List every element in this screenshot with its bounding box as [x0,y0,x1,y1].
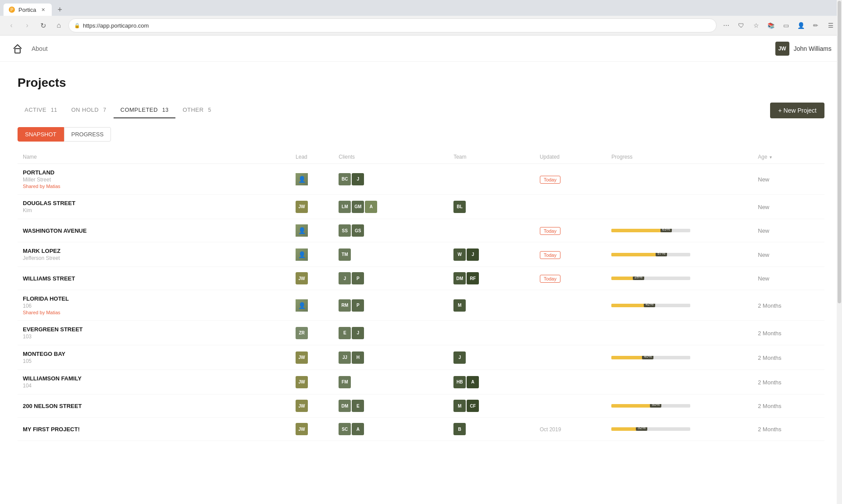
security-icon: 🔒 [74,23,80,28]
active-tab[interactable]: P Portica ✕ [4,4,52,16]
lead-cell: JW [290,370,333,394]
age-cell: New [753,242,824,267]
lead-cell: 👤 [290,219,333,242]
scrollbar-thumb[interactable] [838,1,841,303]
progress-cell [606,195,753,219]
progress-toggle[interactable]: PROGRESS [64,127,111,142]
progress-fill: 42% [611,304,645,307]
avatar: JW [296,201,308,213]
col-header-lead[interactable]: Lead [290,150,333,164]
snapshot-toggle[interactable]: SNAPSHOT [18,127,64,142]
progress-bar-container: 50% [611,404,690,408]
age-cell: New [753,195,824,219]
tab-on-hold[interactable]: ON HOLD 7 [64,102,113,118]
team-avatars: BL [453,201,529,213]
table-row[interactable]: PORTLANDMiller StreetShared by Matias👤BC… [18,164,824,195]
more-icon[interactable]: ⋯ [720,19,732,32]
user-name: John Williams [794,45,831,52]
age-text: 2 Months [758,330,781,337]
table-row[interactable]: MARK LOPEZJefferson Street👤TMWJToday57%N… [18,242,824,267]
avatar: W [453,248,466,261]
progress-bar-container: 63% [611,229,690,232]
progress-bar: 57% [611,253,690,256]
col-header-name[interactable]: Name [18,150,290,164]
project-name-cell: PORTLANDMiller StreetShared by Matias [18,164,290,195]
avatar: JW [296,423,308,435]
tab-close-button[interactable]: ✕ [39,6,46,13]
table-row[interactable]: FLORIDA HOTEL106Shared by Matias👤RMPM42%… [18,290,824,321]
project-subtitle: 103 [23,334,285,340]
refresh-button[interactable]: ↻ [37,19,49,32]
progress-cell: 28% [606,267,753,290]
lead-cell: JW [290,267,333,290]
profile-icon[interactable]: 👤 [795,19,807,32]
avatar: H [352,351,364,364]
bookmark-star-icon[interactable]: ☆ [750,19,762,32]
project-name-cell: WILLIAMS STREET [18,267,290,290]
table-row[interactable]: EVERGREEN STREET103ZREJ2 Months [18,321,824,345]
forward-button[interactable]: › [21,19,33,32]
avatar: SC [339,423,351,435]
table-row[interactable]: MY FIRST PROJECT!JWSCABOct 201932%2 Mont… [18,418,824,441]
shield-icon[interactable]: 🛡 [735,19,747,32]
progress-bar-container: 57% [611,253,690,256]
back-button[interactable]: ‹ [5,19,18,32]
progress-fill: 63% [611,229,661,232]
scrollbar[interactable] [837,0,842,455]
address-bar[interactable]: 🔒 https://app.porticapro.com [68,18,717,32]
client-avatars: TM [339,248,443,261]
updated-cell [535,195,607,219]
col-header-updated[interactable]: Updated [535,150,607,164]
table-row[interactable]: WILLIAMS STREETJWJPDMRFToday28%New [18,267,824,290]
client-avatars: RMP [339,299,443,312]
col-header-team[interactable]: Team [448,150,534,164]
lead-cell: 👤 [290,290,333,321]
age-cell: New [753,219,824,242]
team-cell: B [448,418,534,441]
app-logo[interactable] [11,42,25,56]
team-cell: M [448,290,534,321]
updated-cell: Today [535,267,607,290]
table-row[interactable]: 200 NELSON STREETJWDMEMCF50%2 Months [18,394,824,418]
new-project-button[interactable]: + New Project [770,103,824,118]
project-tabs: ACTIVE 11 ON HOLD 7 COMPLETED 13 OTHER 5… [18,102,824,118]
home-button[interactable]: ⌂ [53,19,65,32]
col-header-clients[interactable]: Clients [333,150,448,164]
tab-other[interactable]: OTHER 5 [175,102,218,118]
hamburger-icon[interactable]: ☰ [824,19,837,32]
age-text: New [758,275,769,282]
table-row[interactable]: MONTEGO BAY105JWJJHJ40%2 Months [18,345,824,370]
today-badge: Today [540,227,560,235]
col-header-progress[interactable]: Progress [606,150,753,164]
avatar: CF [467,400,479,412]
col-header-age[interactable]: Age [753,150,824,164]
project-name: 200 NELSON STREET [23,403,285,409]
project-name-cell: WASHINGTON AVENUE [18,219,290,242]
table-row[interactable]: DOUGLAS STREETKimJWLMGMABLNew [18,195,824,219]
clients-cell: FM [333,370,448,394]
age-cell: 2 Months [753,418,824,441]
tab-completed[interactable]: COMPLETED 13 [114,102,176,118]
today-badge: Today [540,176,560,184]
library-icon[interactable]: 📚 [765,19,777,32]
table-row[interactable]: WILLIAMSON FAMILY104JWFMHBA2 Months [18,370,824,394]
synced-tabs-icon[interactable]: ▭ [780,19,792,32]
tab-active[interactable]: ACTIVE 11 [18,102,64,118]
progress-fill: 50% [611,404,651,408]
team-cell: DMRF [448,267,534,290]
age-text: New [758,252,769,258]
project-name-cell: MONTEGO BAY105 [18,345,290,370]
progress-cell [606,321,753,345]
project-name: DOUGLAS STREET [23,200,285,206]
new-tab-button[interactable]: + [54,4,66,16]
about-link[interactable]: About [32,45,48,52]
pencil-icon[interactable]: ✏ [810,19,822,32]
team-avatars: MCF [453,400,529,412]
updated-cell [535,370,607,394]
client-avatars: JJH [339,351,443,364]
age-cell: New [753,164,824,195]
table-row[interactable]: WASHINGTON AVENUE👤SSGSToday63%New [18,219,824,242]
clients-cell: SSGS [333,219,448,242]
clients-cell: SCA [333,418,448,441]
today-badge: Today [540,275,560,283]
